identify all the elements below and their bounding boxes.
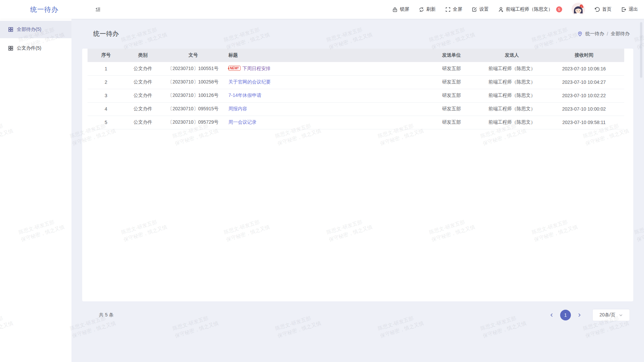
doc-title-link[interactable]: 周一会议记录 xyxy=(228,119,257,125)
cell-time: 2023-07-10 10:02:22 xyxy=(544,89,624,102)
tool-label: 全屏 xyxy=(453,6,462,12)
todo-table-card: 序号 类别 文号 标题 发送单位 发送人 接收时间 1公文办件〔20230710… xyxy=(82,49,633,301)
cell-time: 2023-07-10 10:04:27 xyxy=(544,75,624,89)
col-category: 类别 xyxy=(124,49,161,62)
breadcrumb-separator: / xyxy=(607,31,608,37)
cell-sender: 前端工程师（陈思文） xyxy=(480,102,544,116)
col-sender: 发送人 xyxy=(480,49,544,62)
cell-title: NEW!下周日程安排 xyxy=(225,62,423,75)
pagination: 1 20条/页 xyxy=(548,309,630,321)
page-size-select[interactable]: 20条/页 xyxy=(592,309,630,321)
doc-title-link[interactable]: 下周日程安排 xyxy=(243,66,271,71)
cell-title: 周一会议记录 xyxy=(225,116,423,129)
table-row: 1公文办件〔20230710〕100551号NEW!下周日程安排研发五部前端工程… xyxy=(88,62,624,75)
breadcrumb: 统一待办 / 全部待办 xyxy=(577,31,630,37)
logout-icon xyxy=(621,7,627,12)
cell-category: 公文办件 xyxy=(124,62,161,75)
cell-unit: 研发五部 xyxy=(423,116,480,129)
cell-doc-no: 〔20230710〕095915号 xyxy=(161,102,225,116)
user-icon xyxy=(498,7,504,12)
new-badge: NEW! xyxy=(228,66,240,71)
sidebar-item-all-todos[interactable]: 全部待办(5) xyxy=(0,21,71,38)
breadcrumb-current[interactable]: 全部待办 xyxy=(611,31,630,37)
page-size-value: 20条/页 xyxy=(599,312,615,318)
cell-doc-no: 〔20230710〕100258号 xyxy=(161,75,225,89)
col-index: 序号 xyxy=(88,49,124,62)
cell-doc-no: 〔20230710〕095729号 xyxy=(161,116,225,129)
main-content: 统一待办 统一待办 / 全部待办 序号 类别 xyxy=(71,19,644,362)
cell-unit: 研发五部 xyxy=(423,102,480,116)
sidebar-item-official-docs[interactable]: 公文办件(5) xyxy=(0,40,71,57)
cell-index: 1 xyxy=(88,62,124,75)
lock-screen-button[interactable]: 锁屏 xyxy=(392,6,409,12)
tool-label: 刷新 xyxy=(426,6,436,12)
logout-label: 退出 xyxy=(629,6,638,12)
col-title: 标题 xyxy=(225,49,423,62)
user-name: 前端工程师（陈思文） xyxy=(506,6,553,12)
breadcrumb-first[interactable]: 统一待办 xyxy=(585,31,604,37)
home-label: 首页 xyxy=(602,6,611,12)
table-row: 3公文办件〔20230710〕100126号7-14年休假申请研发五部前端工程师… xyxy=(88,89,624,102)
next-page-button[interactable] xyxy=(576,311,583,319)
cell-index: 5 xyxy=(88,116,124,129)
todo-table: 序号 类别 文号 标题 发送单位 发送人 接收时间 1公文办件〔20230710… xyxy=(88,49,624,129)
fullscreen-icon xyxy=(445,7,451,12)
cell-index: 2 xyxy=(88,75,124,89)
cell-doc-no: 〔20230710〕100551号 xyxy=(161,62,225,75)
refresh-icon xyxy=(419,7,424,12)
sidebar-item-label: 公文办件(5) xyxy=(17,45,41,51)
tool-label: 设置 xyxy=(479,6,489,12)
cell-unit: 研发五部 xyxy=(423,75,480,89)
cell-title: 周报内容 xyxy=(225,102,423,116)
cell-sender: 前端工程师（陈思文） xyxy=(480,89,544,102)
cell-sender: 前端工程师（陈思文） xyxy=(480,75,544,89)
cell-time: 2023-07-10 10:06:16 xyxy=(544,62,624,75)
refresh-button[interactable]: 刷新 xyxy=(419,6,436,12)
avatar[interactable] xyxy=(572,3,585,16)
todo-count-badge: 5 xyxy=(556,6,562,12)
page-title: 统一待办 xyxy=(93,29,119,38)
doc-title-link[interactable]: 关于官网的会议纪要 xyxy=(228,79,271,84)
cell-sender: 前端工程师（陈思文） xyxy=(480,62,544,75)
vertical-scrollbar[interactable] xyxy=(640,22,642,78)
table-header-row: 序号 类别 文号 标题 发送单位 发送人 接收时间 xyxy=(88,49,624,62)
logout-button[interactable]: 退出 xyxy=(621,6,638,12)
cell-time: 2023-07-10 10:00:02 xyxy=(544,102,624,116)
table-body: 1公文办件〔20230710〕100551号NEW!下周日程安排研发五部前端工程… xyxy=(88,62,624,129)
cell-category: 公文办件 xyxy=(124,75,161,89)
doc-title-link[interactable]: 周报内容 xyxy=(228,106,247,111)
lock-icon xyxy=(392,7,398,12)
home-button[interactable]: 首页 xyxy=(594,6,611,12)
sidebar-item-label: 全部待办(5) xyxy=(17,26,41,33)
grid-icon xyxy=(8,27,13,32)
location-pin-icon xyxy=(577,31,583,37)
table-row: 5公文办件〔20230710〕095729号周一会议记录研发五部前端工程师（陈思… xyxy=(88,116,624,129)
settings-icon xyxy=(472,7,477,12)
cell-sender: 前端工程师（陈思文） xyxy=(480,116,544,129)
cell-title: 关于官网的会议纪要 xyxy=(225,75,423,89)
app-header: 统一待办 锁屏 刷新 xyxy=(0,0,644,19)
back-home-icon xyxy=(594,7,600,12)
sidebar-collapse-button[interactable] xyxy=(95,6,101,12)
fullscreen-button[interactable]: 全屏 xyxy=(445,6,462,12)
cell-unit: 研发五部 xyxy=(423,89,480,102)
cell-doc-no: 〔20230710〕100126号 xyxy=(161,89,225,102)
app-logo: 统一待办 xyxy=(30,0,58,19)
current-user[interactable]: 前端工程师（陈思文） 5 xyxy=(498,6,562,12)
table-row: 4公文办件〔20230710〕095915号周报内容研发五部前端工程师（陈思文）… xyxy=(88,102,624,116)
tool-label: 锁屏 xyxy=(400,6,409,12)
cell-unit: 研发五部 xyxy=(423,62,480,75)
col-unit: 发送单位 xyxy=(423,49,480,62)
settings-button[interactable]: 设置 xyxy=(472,6,489,12)
page-number-1[interactable]: 1 xyxy=(560,310,571,320)
sidebar: 全部待办(5) 公文办件(5) xyxy=(0,19,71,362)
collapse-menu-icon xyxy=(95,6,101,12)
cell-title: 7-14年休假申请 xyxy=(225,89,423,102)
cell-category: 公文办件 xyxy=(124,116,161,129)
total-count: 共 5 条 xyxy=(99,312,114,318)
doc-title-link[interactable]: 7-14年休假申请 xyxy=(228,93,261,98)
col-time: 接收时间 xyxy=(544,49,624,62)
cell-category: 公文办件 xyxy=(124,89,161,102)
prev-page-button[interactable] xyxy=(548,311,555,319)
table-row: 2公文办件〔20230710〕100258号关于官网的会议纪要研发五部前端工程师… xyxy=(88,75,624,89)
